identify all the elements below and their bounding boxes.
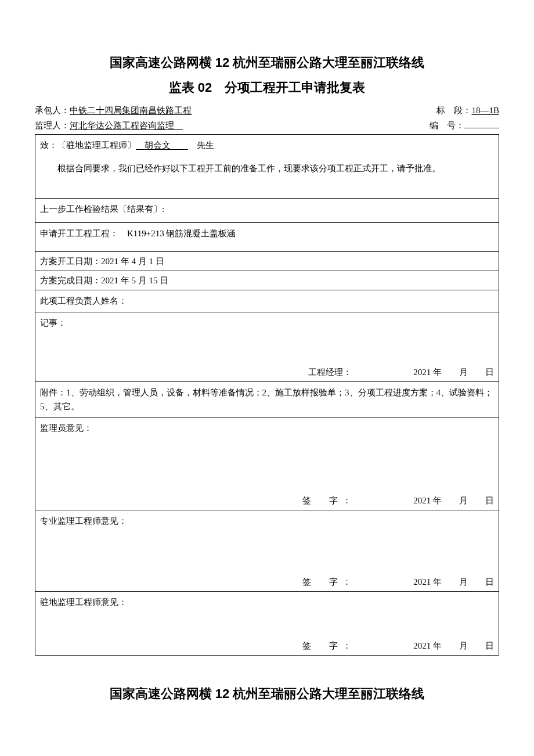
cell-opinion-inspector: 监理员意见： 签 字： 2021 年 月 日 (35, 417, 499, 510)
section-label: 标 段： (436, 106, 471, 115)
opinion-resident-engineer-label: 驻地监理工程师意见： (40, 597, 127, 607)
pro-engineer-signature-row: 签 字： 2021 年 月 日 (40, 575, 494, 589)
supervisor-value: 河北华达公路工程咨询监理 (70, 121, 183, 130)
responsible-label: 此项工程负责人姓名： (40, 296, 127, 305)
addressee-prefix: 致：〔驻地监理工程师〕 (40, 141, 136, 150)
header-row-1: 承包人：中铁二十四局集团南昌铁路工程 标 段：18—1B (35, 103, 499, 118)
resident-engineer-sign-date: 2021 年 月 日 (372, 639, 494, 653)
pro-engineer-sign-date: 2021 年 月 日 (372, 575, 494, 589)
plan-start-label: 方案开工日期： (40, 257, 101, 266)
plan-end-label: 方案完成日期： (40, 276, 101, 285)
addressee-suffix: 先生 (188, 141, 214, 150)
pm-sig-label: 工程经理： (308, 365, 372, 379)
cell-prev-check: 上一步工作检验结果〔结果有〕: (35, 199, 499, 223)
pm-sig-date: 2021 年 月 日 (372, 365, 494, 379)
cell-notes: 记事： 工程经理： 2021 年 月 日 (35, 312, 499, 382)
cell-addressee: 致：〔驻地监理工程师〕 胡会文 先生 根据合同要求，我们已经作好以下工程开工前的… (35, 135, 499, 199)
cell-plan-start: 方案开工日期：2021 年 4 月 1 日 (35, 252, 499, 271)
serial-value-blank (464, 118, 499, 128)
inspector-signature-row: 签 字： 2021 年 月 日 (40, 494, 494, 507)
pro-engineer-sign-label: 签 字： (302, 575, 372, 589)
intro-paragraph: 根据合同要求，我们已经作好以下工程开工前的准备工作，现要求该分项工程正式开工，请… (40, 161, 494, 175)
pm-signature-row: 工程经理： 2021 年 月 日 (40, 365, 494, 379)
apply-label: 申请开工工程工程： (40, 229, 118, 238)
apply-value: K119+213 钢筋混凝土盖板涵 (118, 229, 236, 238)
section-value: 18—1B (471, 106, 499, 115)
opinion-inspector-label: 监理员意见： (40, 423, 92, 433)
serial-label: 编 号： (430, 121, 464, 130)
inspector-sign-date: 2021 年 月 日 (372, 494, 494, 507)
cell-opinion-resident-engineer: 驻地监理工程师意见： 签 字： 2021 年 月 日 (35, 592, 499, 656)
contractor-value: 中铁二十四局集团南昌铁路工程 (70, 106, 192, 115)
opinion-pro-engineer-label: 专业监理工程师意见： (40, 516, 127, 525)
header-row-2: 监理人：河北华达公路工程咨询监理 编 号： (35, 118, 499, 134)
form-table: 致：〔驻地监理工程师〕 胡会文 先生 根据合同要求，我们已经作好以下工程开工前的… (35, 134, 499, 656)
cell-opinion-pro-engineer: 专业监理工程师意见： 签 字： 2021 年 月 日 (35, 510, 499, 592)
plan-end-value: 2021 年 5 月 15 日 (101, 276, 168, 285)
contractor-label: 承包人： (35, 106, 70, 115)
addressee-name: 胡会文 (136, 141, 188, 150)
inspector-sign-label: 签 字： (302, 494, 372, 507)
title-sub: 监表 02 分项工程开工申请批复表 (35, 77, 499, 98)
plan-start-value: 2021 年 4 月 1 日 (101, 257, 164, 266)
cell-plan-end: 方案完成日期：2021 年 5 月 15 日 (35, 271, 499, 290)
cell-attachments: 附件：1、劳动组织，管理人员，设备，材料等准备情况；2、施工放样报验单；3、分项… (35, 382, 499, 417)
notes-label: 记事： (40, 318, 66, 327)
cell-responsible: 此项工程负责人姓名： (35, 290, 499, 312)
resident-engineer-sign-label: 签 字： (302, 639, 372, 653)
title-main: 国家高速公路网横 12 杭州至瑞丽公路大理至丽江联络线 (35, 52, 499, 73)
cell-apply: 申请开工工程工程： K119+213 钢筋混凝土盖板涵 (35, 223, 499, 252)
footer-title: 国家高速公路网横 12 杭州至瑞丽公路大理至丽江联络线 (35, 683, 499, 704)
attachments-text: 附件：1、劳动组织，管理人员，设备，材料等准备情况；2、施工放样报验单；3、分项… (40, 388, 493, 411)
prev-check-label: 上一步工作检验结果〔结果有〕: (40, 204, 164, 214)
supervisor-label: 监理人： (35, 121, 70, 130)
resident-engineer-signature-row: 签 字： 2021 年 月 日 (40, 639, 494, 653)
